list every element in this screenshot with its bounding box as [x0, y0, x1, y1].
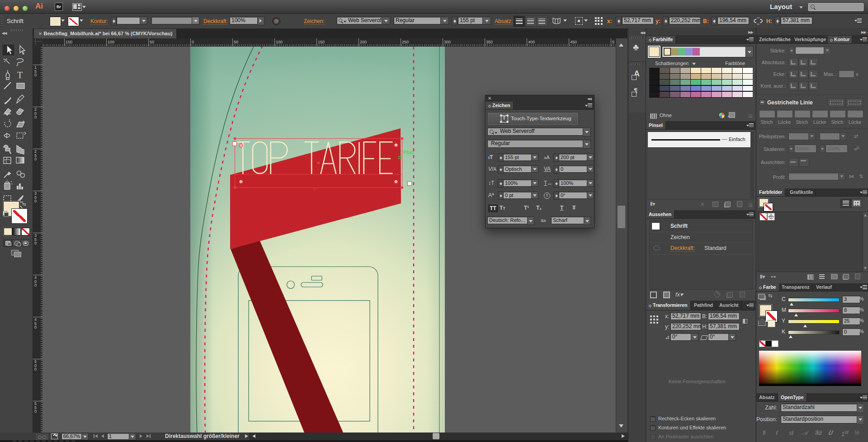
svg-text:Pfad: Pfad	[403, 150, 414, 155]
svg-text:T: T	[17, 70, 23, 80]
